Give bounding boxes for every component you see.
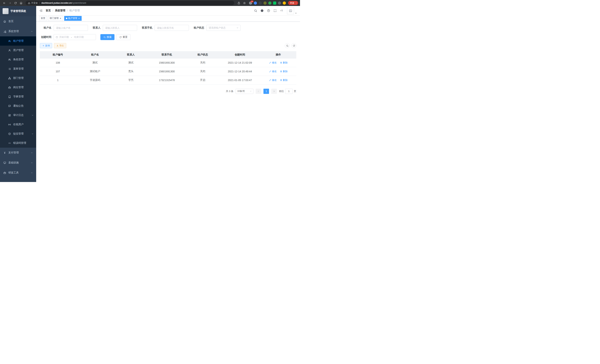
fullscreen-icon[interactable]: [273, 7, 277, 14]
browser-home-button[interactable]: [19, 0, 23, 5]
table-row: 1 芋道源码 芋艿 17321315478 开启 2021-01-05 17:0…: [40, 76, 296, 84]
edit-icon: [269, 70, 271, 73]
extension-badge: 10: [251, 0, 253, 2]
monitor-icon: [3, 161, 6, 164]
sidebar-item-user[interactable]: 用户管理: [0, 46, 36, 55]
home-icon: [3, 20, 6, 23]
signal-icon: [8, 123, 11, 126]
close-icon[interactable]: [60, 18, 61, 19]
sidebar-item-menu[interactable]: 菜单管理: [0, 64, 36, 74]
page-unit-label: 页: [294, 90, 296, 93]
tag-dept[interactable]: 部门管理: [48, 16, 63, 21]
reset-button[interactable]: 重置: [116, 34, 131, 40]
extension-icon-adblock[interactable]: 10: [249, 1, 252, 5]
sidebar-item-audit-log[interactable]: 审计日志: [0, 111, 36, 120]
sidebar-item-payment[interactable]: 支付管理: [0, 148, 36, 158]
col-header-actions: 操作: [260, 51, 296, 58]
sidebar-item-online-user[interactable]: 在线用户: [0, 120, 36, 129]
status-select[interactable]: 请选择租户状态: [206, 25, 241, 31]
code-icon: [8, 142, 11, 145]
sidebar-item-notice[interactable]: 通知公告: [0, 101, 36, 111]
font-size-icon[interactable]: [280, 7, 284, 14]
extension-icon-gray[interactable]: [278, 1, 281, 5]
edit-link[interactable]: 修改: [269, 61, 277, 64]
sidebar-item-infra[interactable]: 基础设施: [0, 158, 36, 168]
edit-icon: [269, 62, 271, 64]
prev-page-button[interactable]: [256, 89, 261, 94]
browser-toolbar: 不安全 dashboard.yudao.iocoder.cn /system/t…: [0, 0, 300, 6]
phone-input[interactable]: [155, 25, 189, 31]
table-row: 108 测试 测试 15601691300 关闭 2021-12-14 21:0…: [40, 58, 296, 67]
sidebar-item-role[interactable]: 角色管理: [0, 55, 36, 64]
end-date-placeholder: 结束日期: [74, 36, 84, 39]
breadcrumb-system[interactable]: 系统管理: [55, 9, 65, 12]
date-range-picker[interactable]: 开始日期 - 结束日期: [54, 34, 96, 40]
sidebar-item-system[interactable]: 系统管理: [0, 26, 36, 36]
add-button[interactable]: 新增: [40, 43, 52, 48]
help-icon[interactable]: [267, 7, 270, 14]
chevron-left-icon: [257, 90, 260, 92]
caret-down-icon: [295, 12, 297, 14]
delete-link[interactable]: 删除: [280, 78, 288, 82]
search-button[interactable]: 搜索: [100, 34, 114, 40]
url-path: /system/tenant: [72, 2, 86, 4]
breadcrumb-home[interactable]: 首页: [46, 9, 51, 12]
tag-home[interactable]: 首页: [39, 16, 47, 21]
browser-menu-dots-icon[interactable]: [295, 2, 297, 4]
refresh-table-button[interactable]: [291, 43, 296, 48]
bookmark-star-button[interactable]: [242, 0, 247, 5]
app-logo[interactable]: 芋道管理系统: [0, 6, 36, 16]
page-size-select[interactable]: 10条/页: [236, 89, 253, 94]
delete-link[interactable]: 删除: [280, 61, 288, 64]
goto-page-input[interactable]: [285, 89, 293, 94]
edit-link[interactable]: 修改: [269, 70, 277, 73]
sidebar-item-sms[interactable]: 短信管理: [0, 129, 36, 138]
share-button[interactable]: [236, 0, 241, 5]
edit-link[interactable]: 修改: [269, 78, 277, 82]
extension-icon-blue[interactable]: [254, 1, 257, 5]
tenant-name-input[interactable]: [54, 25, 88, 31]
extension-icon-green[interactable]: [268, 1, 272, 5]
browser-back-button[interactable]: [2, 0, 7, 5]
sidebar-item-tenant[interactable]: 租户管理: [0, 36, 36, 46]
search-icon: [103, 36, 106, 38]
delete-link[interactable]: 删除: [280, 70, 288, 73]
chevron-down-icon: [31, 152, 33, 154]
address-bar[interactable]: 不安全 dashboard.yudao.iocoder.cn /system/t…: [26, 1, 234, 5]
sidebar-item-devtools[interactable]: 研发工具: [0, 168, 36, 178]
toggle-search-button[interactable]: [285, 43, 290, 48]
sidebar-item-error-code[interactable]: 错误码管理: [0, 138, 36, 148]
trash-icon: [280, 79, 282, 81]
shield-icon: [8, 132, 11, 135]
browser-forward-button[interactable]: [7, 0, 12, 5]
tags-view: 首页 部门管理 租户管理: [36, 15, 300, 21]
export-button[interactable]: 导出: [54, 43, 66, 48]
extension-icon-dark[interactable]: [259, 1, 262, 5]
search-icon[interactable]: [254, 7, 257, 14]
sidebar-collapse-button[interactable]: [36, 9, 46, 12]
extension-icon-wechat[interactable]: [273, 1, 276, 5]
close-icon[interactable]: [78, 18, 80, 19]
browser-reload-button[interactable]: [13, 0, 18, 5]
current-page-button[interactable]: 1: [263, 89, 269, 94]
tag-tenant[interactable]: 租户管理: [64, 16, 82, 21]
sidebar-item-home[interactable]: 首页: [0, 16, 36, 26]
extension-icon-olive[interactable]: [263, 1, 267, 5]
sidebar-item-dict[interactable]: 字典管理: [0, 92, 36, 101]
col-header-contact: 联系人: [114, 51, 148, 58]
tenant-table: 租户编号 租户名 联系人 联系手机 租户状态 创建时间 操作 108 测试 测试: [40, 51, 296, 84]
browser-update-button[interactable]: 更新: [288, 1, 298, 5]
sidebar-item-post[interactable]: 岗位管理: [0, 83, 36, 92]
book-icon: [8, 95, 11, 98]
user-avatar-menu[interactable]: [287, 7, 297, 14]
next-page-button[interactable]: [271, 89, 277, 94]
filter-form-row-1: 租户名 联系人 联系手机 租户状态 请选择租户状态: [40, 25, 296, 31]
chevron-down-icon: [31, 172, 33, 174]
breadcrumb: 首页 / 系统管理 / 租户管理: [46, 9, 80, 12]
github-icon[interactable]: [261, 7, 264, 14]
chevron-down-icon: [32, 133, 34, 135]
extension-icon-yellow[interactable]: [283, 1, 286, 5]
refresh-icon: [293, 45, 295, 47]
contact-input[interactable]: [103, 25, 137, 31]
sidebar-item-dept[interactable]: 部门管理: [0, 74, 36, 83]
